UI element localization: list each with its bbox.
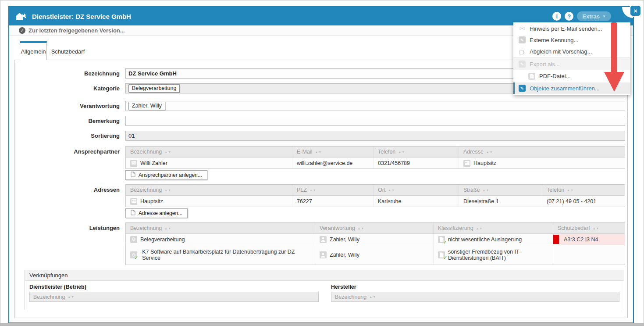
sort-icon[interactable]: ▲▼ (476, 227, 483, 230)
column-header: Bezeichnung (130, 187, 162, 193)
sortierung-field[interactable]: 01 (125, 131, 625, 141)
address-ort: Karlsruhe (378, 198, 402, 204)
address-card-icon (463, 160, 470, 167)
leistungen-label: Leistungen (15, 225, 120, 231)
bemerkung-field[interactable] (125, 116, 625, 126)
extras-button-label: Extras (582, 13, 600, 20)
annotation-arrow-head (604, 72, 624, 92)
column-header: Klassifizierung (438, 225, 473, 231)
sort-icon[interactable]: ▲▼ (358, 227, 365, 230)
leistung-verantwortung[interactable]: Zahler, Willy (330, 236, 359, 243)
leistung-name[interactable]: K7 Software auf Bankarbeitsplatz für Dat… (142, 249, 311, 261)
column-header: Bezeichnung (33, 294, 65, 300)
column-header: Adresse (463, 149, 484, 155)
menu-item-label: Abgleich mit Vorschlag... (530, 48, 592, 55)
new-document-icon (131, 210, 135, 217)
extras-button[interactable]: Extras ▼ (577, 11, 611, 21)
hersteller-table-header: Bezeichnung▲▼ (331, 292, 619, 302)
check-icon: ✓ (443, 240, 447, 245)
column-header: Schutzbedarf (558, 225, 590, 231)
column-header: Verantwortung (320, 225, 355, 231)
person-icon (320, 236, 327, 243)
leistung-verantwortung[interactable]: Zahler, Willy (330, 252, 359, 258)
address-card-icon (130, 198, 137, 205)
tab-allgemein[interactable]: Allgemein (20, 41, 47, 60)
leistung-klassifizierung: nicht wesentliche Auslagerung (448, 236, 522, 243)
sort-icon[interactable]: ▲▼ (164, 150, 171, 154)
sort-icon[interactable]: ▲▼ (398, 150, 405, 154)
adresse-anlegen-button[interactable]: Adresse anlegen... (125, 208, 188, 218)
contact-email: willi.zahler@service.de (297, 160, 352, 166)
hersteller-label: Hersteller (331, 284, 356, 290)
table-header-row: Bezeichnung▲▼ Verantwortung▲▼ Klassifizi… (126, 223, 625, 234)
contact-phone: 0321/456789 (378, 160, 410, 166)
taskbar-strip (0, 323, 644, 326)
sortierung-value: 01 (128, 133, 135, 139)
person-icon (320, 251, 327, 258)
verknuepfungen-section: Verknüpfungen Dienstleister (Betrieb) Be… (25, 270, 624, 310)
verantwortung-field[interactable]: Zahler, Willy (125, 101, 625, 111)
pencil-square-icon: ✎ (519, 36, 526, 43)
adressen-label: Adressen (15, 186, 120, 193)
classification-doc-checked-icon: ✓ (438, 251, 445, 258)
button-label: Adresse anlegen... (139, 210, 182, 216)
check-icon: ✓ (443, 255, 447, 261)
column-header: Bezeichnung (335, 294, 366, 300)
contact-name[interactable]: Willi Zahler (140, 160, 167, 166)
table-row[interactable]: Hauptsitz 76227 Karlsruhe Dieselstraße 1… (126, 196, 625, 207)
help-icon[interactable]: ? (565, 12, 573, 21)
ansprechpartner-anlegen-button[interactable]: Ansprechpartner anlegen... (125, 170, 207, 180)
sort-icon[interactable]: ▲▼ (567, 189, 574, 192)
leistungen-table: Bezeichnung▲▼ Verantwortung▲▼ Klassifizi… (125, 222, 625, 265)
info-icon[interactable]: i (552, 12, 561, 21)
verknuepfungen-header: Verknüpfungen (25, 270, 624, 281)
schutzbedarf-level-flag (553, 235, 559, 244)
schutzbedarf-value: A3:3 C2 I3 N4 (564, 236, 598, 243)
sort-icon[interactable]: ▲▼ (369, 295, 376, 298)
service-gear-icon: ⚙ (130, 236, 137, 243)
dienstleister-betrieb-label: Dienstleister (Betrieb) (29, 284, 86, 290)
table-row[interactable]: ⚙✓K7 Software auf Bankarbeitsplatz für D… (126, 245, 625, 265)
envelope-icon: ✉ (519, 25, 526, 32)
sort-icon[interactable]: ▲▼ (164, 189, 171, 192)
bezeichnung-value: DZ Service GmbH (128, 70, 177, 77)
dienstleister-icon (15, 11, 27, 21)
sort-icon[interactable]: ▲▼ (164, 227, 171, 230)
annotation-arrow (611, 22, 617, 72)
contact-address[interactable]: Hauptsitz (473, 160, 496, 166)
sort-icon[interactable]: ▲▼ (593, 227, 600, 230)
sort-icon[interactable]: ▲▼ (483, 189, 490, 192)
copy-icon (519, 48, 526, 55)
sort-icon[interactable]: ▲▼ (315, 150, 322, 154)
table-row[interactable]: ☎Willi Zahler willi.zahler@service.de 03… (126, 158, 625, 168)
check-icon: ✓ (134, 255, 138, 261)
address-telefon: (07 21) 49 05 - 4201 (547, 198, 596, 204)
column-header: Bezeichnung (130, 149, 162, 155)
new-document-icon (131, 172, 135, 179)
sort-icon[interactable]: ▲▼ (310, 189, 317, 192)
tab-schutzbedarf[interactable]: Schutzbedarf (47, 43, 89, 60)
address-strasse: Dieselstraße 1 (463, 198, 499, 204)
sort-icon[interactable]: ▲▼ (388, 189, 395, 192)
verantwortung-chip[interactable]: Zahler, Willy (128, 102, 165, 110)
sortierung-label: Sortierung (15, 133, 120, 139)
sort-icon[interactable]: ▲▼ (68, 295, 75, 298)
leistung-name[interactable]: Belegverarbeitung (140, 236, 185, 243)
ansprechpartner-table: Bezeichnung▲▼ E-Mail▲▼ Telefon▲▼ Adresse… (125, 146, 625, 169)
column-header: E-Mail (297, 149, 312, 155)
ansprechpartner-label: Ansprechpartner (15, 148, 120, 155)
dienstleister-betrieb-table-header: Bezeichnung▲▼ (29, 292, 319, 302)
button-label: Ansprechpartner anlegen... (139, 172, 202, 178)
close-icon[interactable]: × (630, 6, 640, 16)
address-name[interactable]: Hauptsitz (140, 198, 163, 204)
table-row[interactable]: ⚙Belegverarbeitung Zahler, Willy ✓ nicht… (126, 234, 625, 245)
last-released-version-link[interactable]: Zur letzten freigegebenen Version... (28, 27, 125, 34)
check-circle-icon: ✓ (19, 27, 25, 34)
kategorie-label: Kategorie (15, 85, 120, 92)
sort-icon[interactable]: ▲▼ (486, 150, 493, 154)
menu-item-label: Hinweis per E-Mail senden... (530, 25, 602, 32)
kategorie-chip[interactable]: Belegverarbeitung (128, 84, 180, 93)
column-header: Straße (463, 187, 480, 193)
menu-item-label: Export als... (530, 61, 560, 68)
page-title: Dienstleister: DZ Service GmbH (32, 13, 131, 20)
